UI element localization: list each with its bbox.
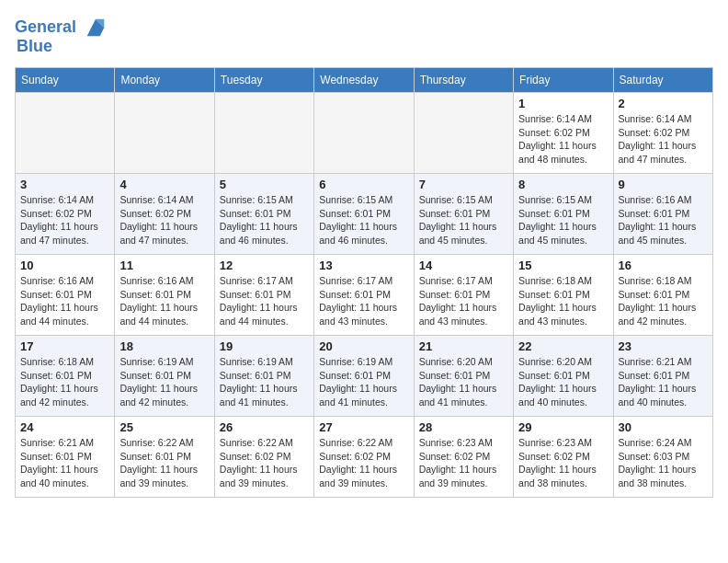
day-info: Sunrise: 6:18 AMSunset: 6:01 PMDaylight:…	[518, 274, 608, 328]
day-info: Sunrise: 6:17 AMSunset: 6:01 PMDaylight:…	[419, 274, 508, 328]
day-number: 15	[518, 259, 608, 272]
day-number: 6	[319, 178, 408, 191]
calendar-cell: 30Sunrise: 6:24 AMSunset: 6:03 PMDayligh…	[613, 417, 712, 498]
day-number: 17	[20, 339, 109, 353]
day-number: 30	[619, 420, 708, 434]
calendar-cell	[115, 93, 214, 174]
day-info: Sunrise: 6:18 AMSunset: 6:01 PMDaylight:…	[619, 274, 708, 328]
calendar-cell: 3Sunrise: 6:14 AMSunset: 6:02 PMDaylight…	[16, 174, 115, 255]
calendar-cell	[414, 93, 513, 174]
day-number: 9	[619, 178, 708, 191]
day-info: Sunrise: 6:22 AMSunset: 6:02 PMDaylight:…	[319, 436, 408, 490]
calendar-cell: 1Sunrise: 6:14 AMSunset: 6:02 PMDaylight…	[514, 93, 613, 174]
calendar-cell: 27Sunrise: 6:22 AMSunset: 6:02 PMDayligh…	[314, 417, 414, 498]
day-info: Sunrise: 6:21 AMSunset: 6:01 PMDaylight:…	[20, 436, 109, 490]
calendar-cell: 14Sunrise: 6:17 AMSunset: 6:01 PMDayligh…	[414, 255, 513, 336]
calendar-cell	[214, 93, 313, 174]
calendar-cell: 20Sunrise: 6:19 AMSunset: 6:01 PMDayligh…	[314, 336, 414, 417]
day-number: 7	[419, 178, 508, 191]
day-info: Sunrise: 6:14 AMSunset: 6:02 PMDaylight:…	[518, 112, 608, 167]
day-info: Sunrise: 6:22 AMSunset: 6:02 PMDaylight:…	[220, 436, 309, 490]
day-number: 3	[20, 178, 109, 191]
calendar-cell: 26Sunrise: 6:22 AMSunset: 6:02 PMDayligh…	[214, 417, 313, 498]
day-number: 12	[220, 259, 309, 272]
day-number: 21	[419, 339, 508, 353]
day-info: Sunrise: 6:18 AMSunset: 6:01 PMDaylight:…	[20, 355, 109, 409]
calendar-cell: 11Sunrise: 6:16 AMSunset: 6:01 PMDayligh…	[115, 255, 214, 336]
day-number: 14	[419, 259, 508, 272]
day-number: 16	[619, 259, 708, 272]
day-info: Sunrise: 6:21 AMSunset: 6:01 PMDaylight:…	[619, 355, 708, 409]
logo-icon	[83, 15, 108, 40]
day-number: 13	[319, 259, 408, 272]
day-number: 4	[119, 178, 209, 191]
calendar-cell: 2Sunrise: 6:14 AMSunset: 6:02 PMDaylight…	[613, 93, 712, 174]
day-number: 27	[319, 420, 408, 434]
calendar-table: SundayMondayTuesdayWednesdayThursdayFrid…	[15, 67, 713, 498]
calendar-cell	[314, 93, 414, 174]
weekday-header-saturday: Saturday	[613, 68, 712, 93]
day-info: Sunrise: 6:16 AMSunset: 6:01 PMDaylight:…	[619, 193, 708, 247]
day-number: 25	[119, 420, 209, 434]
day-info: Sunrise: 6:20 AMSunset: 6:01 PMDaylight:…	[518, 355, 608, 409]
calendar-cell: 7Sunrise: 6:15 AMSunset: 6:01 PMDaylight…	[414, 174, 513, 255]
calendar-cell: 4Sunrise: 6:14 AMSunset: 6:02 PMDaylight…	[115, 174, 214, 255]
day-info: Sunrise: 6:23 AMSunset: 6:02 PMDaylight:…	[419, 436, 508, 490]
day-number: 2	[619, 97, 708, 110]
day-number: 11	[119, 259, 209, 272]
weekday-header-thursday: Thursday	[414, 68, 513, 93]
calendar-cell: 13Sunrise: 6:17 AMSunset: 6:01 PMDayligh…	[314, 255, 414, 336]
day-info: Sunrise: 6:14 AMSunset: 6:02 PMDaylight:…	[619, 112, 708, 167]
day-number: 24	[20, 420, 109, 434]
calendar-header-row: SundayMondayTuesdayWednesdayThursdayFrid…	[16, 68, 713, 93]
day-info: Sunrise: 6:19 AMSunset: 6:01 PMDaylight:…	[119, 355, 209, 409]
weekday-header-friday: Friday	[514, 68, 613, 93]
day-info: Sunrise: 6:16 AMSunset: 6:01 PMDaylight:…	[119, 274, 209, 328]
calendar-cell	[16, 93, 115, 174]
day-number: 22	[518, 339, 608, 353]
weekday-header-tuesday: Tuesday	[214, 68, 313, 93]
calendar-cell: 29Sunrise: 6:23 AMSunset: 6:02 PMDayligh…	[514, 417, 613, 498]
weekday-header-monday: Monday	[115, 68, 214, 93]
calendar-cell: 18Sunrise: 6:19 AMSunset: 6:01 PMDayligh…	[115, 336, 214, 417]
day-number: 8	[518, 178, 608, 191]
calendar-week-row: 24Sunrise: 6:21 AMSunset: 6:01 PMDayligh…	[16, 417, 713, 498]
calendar-cell: 15Sunrise: 6:18 AMSunset: 6:01 PMDayligh…	[514, 255, 613, 336]
weekday-header-sunday: Sunday	[16, 68, 115, 93]
day-info: Sunrise: 6:19 AMSunset: 6:01 PMDaylight:…	[319, 355, 408, 409]
calendar-cell: 25Sunrise: 6:22 AMSunset: 6:01 PMDayligh…	[115, 417, 214, 498]
day-info: Sunrise: 6:15 AMSunset: 6:01 PMDaylight:…	[518, 193, 608, 247]
day-info: Sunrise: 6:14 AMSunset: 6:02 PMDaylight:…	[20, 193, 109, 247]
day-number: 28	[419, 420, 508, 434]
day-info: Sunrise: 6:17 AMSunset: 6:01 PMDaylight:…	[220, 274, 309, 328]
day-info: Sunrise: 6:14 AMSunset: 6:02 PMDaylight:…	[119, 193, 209, 247]
calendar-cell: 12Sunrise: 6:17 AMSunset: 6:01 PMDayligh…	[214, 255, 313, 336]
day-info: Sunrise: 6:20 AMSunset: 6:01 PMDaylight:…	[419, 355, 508, 409]
day-info: Sunrise: 6:19 AMSunset: 6:01 PMDaylight:…	[220, 355, 309, 409]
day-info: Sunrise: 6:16 AMSunset: 6:01 PMDaylight:…	[20, 274, 109, 328]
day-number: 1	[518, 97, 608, 110]
calendar-cell: 5Sunrise: 6:15 AMSunset: 6:01 PMDaylight…	[214, 174, 313, 255]
calendar-cell: 24Sunrise: 6:21 AMSunset: 6:01 PMDayligh…	[16, 417, 115, 498]
calendar-cell: 19Sunrise: 6:19 AMSunset: 6:01 PMDayligh…	[214, 336, 313, 417]
calendar-cell: 10Sunrise: 6:16 AMSunset: 6:01 PMDayligh…	[16, 255, 115, 336]
calendar-cell: 21Sunrise: 6:20 AMSunset: 6:01 PMDayligh…	[414, 336, 513, 417]
calendar-cell: 17Sunrise: 6:18 AMSunset: 6:01 PMDayligh…	[16, 336, 115, 417]
day-number: 23	[619, 339, 708, 353]
day-number: 26	[220, 420, 309, 434]
calendar-cell: 23Sunrise: 6:21 AMSunset: 6:01 PMDayligh…	[613, 336, 712, 417]
calendar-cell: 28Sunrise: 6:23 AMSunset: 6:02 PMDayligh…	[414, 417, 513, 498]
day-info: Sunrise: 6:24 AMSunset: 6:03 PMDaylight:…	[619, 436, 708, 490]
calendar-cell: 22Sunrise: 6:20 AMSunset: 6:01 PMDayligh…	[514, 336, 613, 417]
day-number: 5	[220, 178, 309, 191]
page-header: General Blue	[15, 15, 713, 56]
day-number: 20	[319, 339, 408, 353]
weekday-header-wednesday: Wednesday	[314, 68, 414, 93]
day-info: Sunrise: 6:15 AMSunset: 6:01 PMDaylight:…	[319, 193, 408, 247]
calendar-week-row: 10Sunrise: 6:16 AMSunset: 6:01 PMDayligh…	[16, 255, 713, 336]
logo: General Blue	[15, 15, 108, 56]
calendar-week-row: 3Sunrise: 6:14 AMSunset: 6:02 PMDaylight…	[16, 174, 713, 255]
day-info: Sunrise: 6:23 AMSunset: 6:02 PMDaylight:…	[518, 436, 608, 490]
day-info: Sunrise: 6:17 AMSunset: 6:01 PMDaylight:…	[319, 274, 408, 328]
calendar-cell: 9Sunrise: 6:16 AMSunset: 6:01 PMDaylight…	[613, 174, 712, 255]
